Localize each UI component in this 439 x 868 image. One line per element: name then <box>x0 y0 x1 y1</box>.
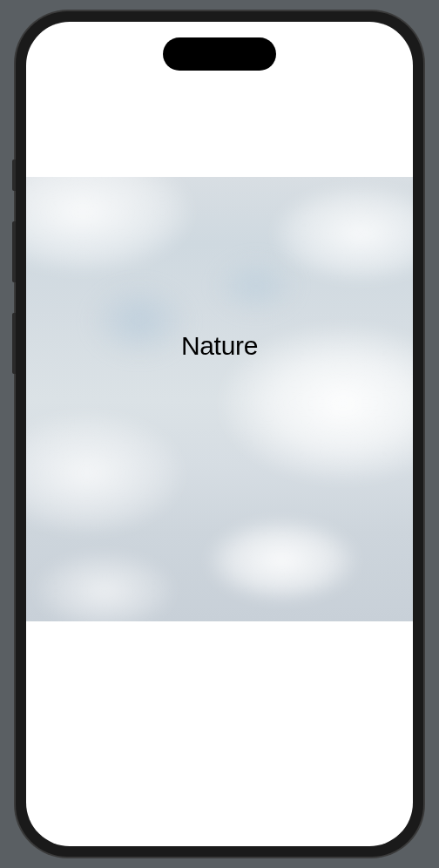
cloud-decoration <box>26 177 192 273</box>
sky-decoration <box>87 281 192 360</box>
cloud-decoration <box>35 552 174 621</box>
phone-frame: Nature <box>16 11 423 857</box>
sky-decoration <box>213 255 300 316</box>
volume-up-button <box>12 221 16 282</box>
dynamic-island <box>163 37 276 71</box>
image-label: Nature <box>181 331 258 361</box>
content-area: Nature <box>26 22 413 846</box>
phone-side-buttons <box>12 159 16 391</box>
cloud-decoration <box>204 517 361 604</box>
cloud-decoration <box>26 412 183 534</box>
mute-switch <box>12 159 16 191</box>
cloud-image: Nature <box>26 177 413 621</box>
phone-screen: Nature <box>26 22 413 846</box>
volume-down-button <box>12 313 16 374</box>
